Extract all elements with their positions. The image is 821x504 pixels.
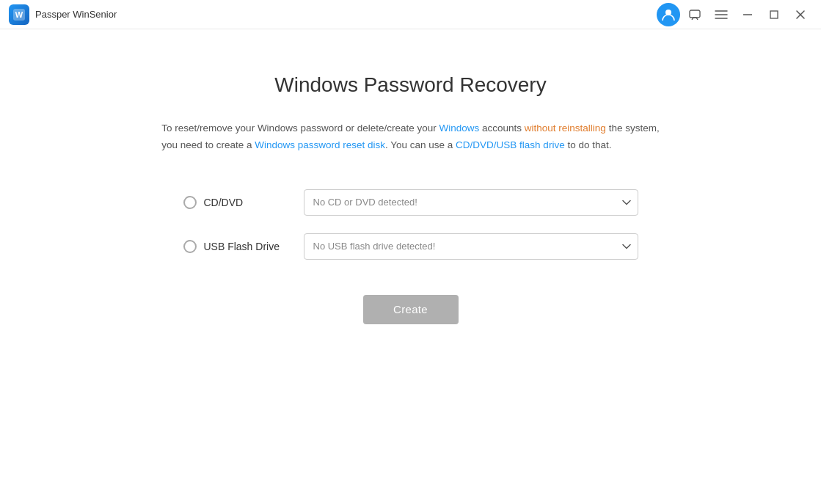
app-title: Passper WinSenior bbox=[35, 9, 117, 20]
cd-dvd-radio[interactable] bbox=[183, 196, 197, 209]
usb-radio[interactable] bbox=[183, 240, 197, 253]
cd-dvd-dropdown-wrapper: No CD or DVD detected! bbox=[304, 189, 638, 216]
cd-dvd-label-group: CD/DVD bbox=[183, 196, 286, 209]
chat-button[interactable] bbox=[683, 3, 707, 26]
usb-option-row: USB Flash Drive No USB flash drive detec… bbox=[183, 233, 638, 260]
cd-dvd-dropdown-value: No CD or DVD detected! bbox=[313, 197, 417, 208]
highlight-without: without reinstalling bbox=[525, 123, 606, 134]
highlight-reset-disk: Windows password reset disk bbox=[255, 139, 385, 150]
minimize-button[interactable] bbox=[736, 3, 759, 26]
maximize-button[interactable] bbox=[762, 3, 786, 26]
page-title: Windows Password Recovery bbox=[274, 73, 546, 97]
account-icon[interactable] bbox=[657, 3, 680, 26]
app-icon: W bbox=[9, 4, 29, 25]
cd-dvd-option-row: CD/DVD No CD or DVD detected! bbox=[183, 189, 638, 216]
usb-dropdown-wrapper: No USB flash drive detected! bbox=[304, 233, 638, 260]
menu-button[interactable] bbox=[709, 3, 733, 26]
usb-dropdown-value: No USB flash drive detected! bbox=[313, 241, 436, 252]
close-button[interactable] bbox=[789, 3, 812, 26]
cd-dvd-dropdown[interactable]: No CD or DVD detected! bbox=[304, 189, 638, 216]
svg-text:W: W bbox=[15, 10, 23, 19]
description-line1: To reset/remove your Windows password or… bbox=[161, 123, 659, 134]
description: To reset/remove your Windows password or… bbox=[161, 120, 659, 154]
create-button[interactable]: Create bbox=[363, 295, 459, 324]
highlight-windows: Windows bbox=[439, 123, 480, 134]
svg-rect-3 bbox=[690, 10, 700, 18]
usb-dropdown[interactable]: No USB flash drive detected! bbox=[304, 233, 638, 260]
description-line2: you need to create a Windows password re… bbox=[161, 139, 611, 150]
titlebar-left: W Passper WinSenior bbox=[9, 4, 117, 25]
highlight-cd-usb: CD/DVD/USB flash drive bbox=[456, 139, 565, 150]
cd-dvd-label: CD/DVD bbox=[204, 197, 244, 208]
svg-rect-8 bbox=[770, 11, 778, 18]
main-content: Windows Password Recovery To reset/remov… bbox=[0, 29, 821, 504]
options-section: CD/DVD No CD or DVD detected! USB Flash … bbox=[183, 189, 638, 260]
titlebar: W Passper WinSenior bbox=[0, 0, 821, 29]
usb-label: USB Flash Drive bbox=[204, 241, 280, 252]
usb-label-group: USB Flash Drive bbox=[183, 240, 286, 253]
titlebar-right bbox=[657, 3, 812, 26]
